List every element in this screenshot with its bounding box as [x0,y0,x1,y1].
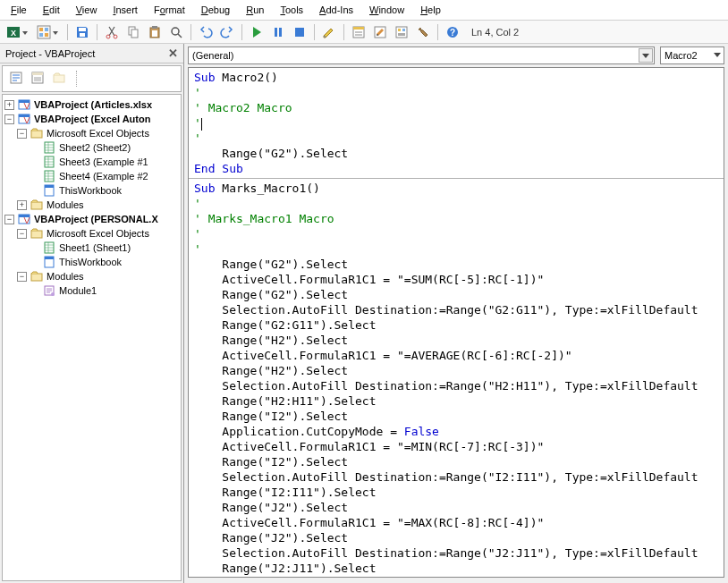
code-editor[interactable]: Sub Macro2() ' ' Macro2 Macro ' ' Range(… [188,67,724,578]
cut-icon[interactable] [102,22,122,42]
workbook-node[interactable]: ThisWorkbook [4,183,179,198]
object-dropdown[interactable]: (General) [188,46,655,64]
module-icon [42,283,56,298]
sheet-node[interactable]: Sheet4 (Example #2 [4,169,179,183]
menu-run[interactable]: Run [239,2,271,18]
collapse-icon[interactable]: − [4,114,14,124]
project-pane-title-text: Project - VBAProject [5,48,95,59]
code-dropdowns: (General) Macro2 [184,44,728,67]
worksheet-icon [42,155,56,169]
folder-node[interactable]: − Modules [4,269,179,283]
sheet-node[interactable]: Sheet2 (Sheet2) [4,140,179,155]
folder-node[interactable]: − Microsoft Excel Objects [4,126,179,140]
expand-icon[interactable]: + [4,100,14,110]
svg-rect-8 [80,33,85,37]
project-explorer-icon[interactable] [349,22,368,42]
svg-text:?: ? [450,28,455,38]
view-object-icon[interactable] [28,68,47,88]
project-node[interactable]: + VBAProject (Articles.xlsx [4,97,179,112]
folder-node[interactable]: + Modules [4,198,179,212]
worksheet-icon [42,241,56,255]
sheet-node[interactable]: Sheet3 (Example #1 [4,155,179,169]
procedure-dropdown-value: Macro2 [665,50,712,61]
folder-icon [30,226,44,241]
menu-tools[interactable]: Tools [273,2,310,18]
svg-point-55 [51,292,55,296]
svg-rect-45 [45,185,54,188]
object-dropdown-value: (General) [192,50,248,61]
svg-rect-6 [45,33,48,37]
folder-label: Modules [47,198,84,212]
folder-label: Microsoft Excel Objects [47,226,149,241]
svg-point-24 [377,34,378,36]
svg-rect-4 [45,28,48,31]
menu-view[interactable]: View [69,2,105,18]
svg-rect-46 [31,202,42,209]
folder-node[interactable]: − Microsoft Excel Objects [4,226,179,241]
collapse-icon[interactable]: − [17,229,27,239]
svg-rect-33 [32,72,43,75]
close-icon[interactable]: ✕ [168,46,178,60]
procedure-dropdown[interactable]: Macro2 [660,46,724,64]
collapse-icon[interactable]: − [4,215,14,224]
worksheet-icon [42,169,56,183]
menu-bar: File Edit View Insert Format Debug Run T… [0,0,728,21]
menu-format[interactable]: Format [147,2,192,18]
project-node[interactable]: − VBAProject (PERSONAL.X [4,212,179,226]
chevron-down-icon[interactable] [639,48,653,63]
properties-icon[interactable] [370,22,390,42]
project-pane-title: Project - VBAProject ✕ [0,44,183,63]
find-icon[interactable] [166,22,186,42]
break-icon[interactable] [268,22,288,42]
menu-addins[interactable]: Add-Ins [312,2,360,18]
sheet-label: Sheet1 (Sheet1) [59,241,131,255]
toolbox-icon[interactable] [413,22,433,42]
svg-rect-26 [398,29,401,31]
workbook-node[interactable]: ThisWorkbook [4,255,179,269]
project-label: VBAProject (PERSONAL.X [34,212,158,226]
excel-icon[interactable]: X [4,22,23,42]
collapse-icon[interactable]: − [17,272,27,282]
svg-rect-52 [45,257,54,259]
insert-module-icon[interactable] [34,22,54,42]
svg-rect-5 [39,33,43,37]
undo-icon[interactable] [196,22,216,42]
svg-rect-17 [275,28,277,37]
module-node[interactable]: Module1 [4,283,179,298]
menu-debug[interactable]: Debug [194,2,237,18]
svg-rect-3 [39,28,43,31]
sheet-node[interactable]: Sheet1 (Sheet1) [4,241,179,255]
workbook-icon [42,255,56,269]
design-mode-icon[interactable] [319,22,339,42]
svg-rect-49 [31,231,42,238]
object-browser-icon[interactable] [392,22,411,42]
menu-help[interactable]: Help [413,2,448,18]
project-label: VBAProject (Excel Auton [34,112,150,126]
view-code-icon[interactable] [6,68,26,88]
vbaproject-icon [17,212,31,226]
run-icon[interactable] [247,22,267,42]
reset-icon[interactable] [290,22,309,42]
menu-window[interactable]: Window [362,2,411,18]
sheet-label: ThisWorkbook [59,255,122,269]
menu-insert[interactable]: Insert [106,2,145,18]
svg-point-10 [114,35,117,38]
svg-rect-35 [54,75,64,82]
redo-icon[interactable] [217,22,237,42]
svg-rect-27 [402,29,405,31]
copy-icon[interactable] [123,22,143,42]
workbook-icon [42,183,56,198]
folder-icon [30,269,44,283]
project-node[interactable]: − VBAProject (Excel Auton [4,112,179,126]
svg-rect-28 [398,33,405,36]
menu-file[interactable]: File [4,2,34,18]
svg-rect-19 [295,28,304,37]
menu-edit[interactable]: Edit [36,2,67,18]
sheet-label: Sheet4 (Example #2 [59,169,148,183]
save-icon[interactable] [72,22,92,42]
collapse-icon[interactable]: − [17,129,27,139]
paste-icon[interactable] [145,22,165,42]
expand-icon[interactable]: + [17,200,27,210]
help-icon[interactable]: ? [443,22,462,42]
toggle-folders-icon[interactable] [49,68,69,88]
